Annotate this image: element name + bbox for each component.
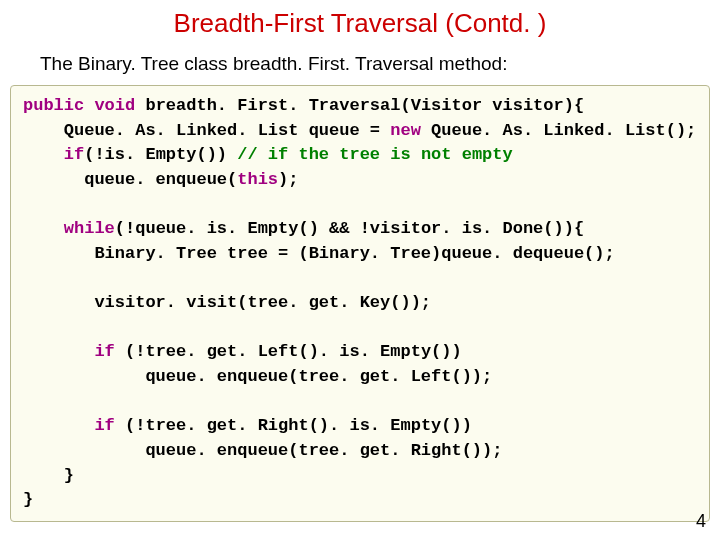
code-text: Binary. Tree tree = (Binary. Tree)queue.… [23,244,615,263]
slide-title: Breadth-First Traversal (Contd. ) [0,0,720,53]
code-text: } [23,466,74,485]
subtitle-text: The Binary. Tree class breadth. First. T… [0,53,720,85]
code-blank [23,318,33,337]
keyword-if: if [64,145,84,164]
keyword-this: this [237,170,278,189]
code-text: (!tree. get. Right(). is. Empty()) [115,416,472,435]
code-text [23,416,94,435]
page-number: 4 [696,511,706,532]
keyword-new: new [390,121,421,140]
code-block: public void breadth. First. Traversal(Vi… [10,85,710,522]
code-text: ); [278,170,298,189]
code-text: } [23,490,33,509]
code-text: (!queue. is. Empty() && !visitor. is. Do… [115,219,584,238]
code-blank [23,392,33,411]
code-text: Queue. As. Linked. List queue = [23,121,390,140]
code-comment: // if the tree is not empty [237,145,512,164]
code-text: queue. enqueue(tree. get. Left()); [23,367,492,386]
code-text: queue. enqueue( [23,170,237,189]
keyword-public: public [23,96,84,115]
keyword-if: if [94,342,114,361]
code-text: (!tree. get. Left(). is. Empty()) [115,342,462,361]
code-blank [23,195,33,214]
code-blank [23,268,33,287]
code-text [23,219,64,238]
code-text: breadth. First. Traversal(Visitor visito… [135,96,584,115]
keyword-while: while [64,219,115,238]
code-text [23,342,94,361]
code-text: visitor. visit(tree. get. Key()); [23,293,431,312]
code-text: Queue. As. Linked. List(); [421,121,696,140]
code-text: queue. enqueue(tree. get. Right()); [23,441,502,460]
code-text [84,96,94,115]
code-text [23,145,64,164]
code-text: (!is. Empty()) [84,145,237,164]
keyword-void: void [94,96,135,115]
keyword-if: if [94,416,114,435]
